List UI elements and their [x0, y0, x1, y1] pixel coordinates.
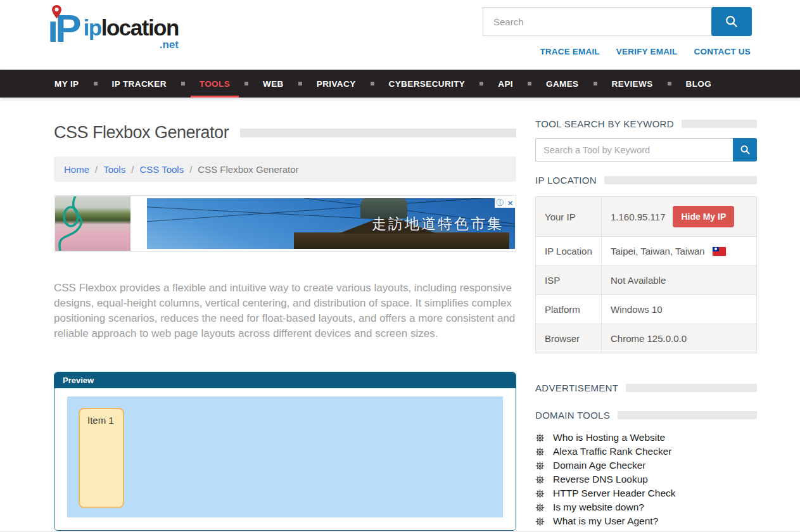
breadcrumb-link-home[interactable]: Home	[64, 164, 89, 175]
ip-row-label: Browser	[536, 324, 602, 353]
breadcrumb-link-tools[interactable]: Tools	[103, 164, 125, 175]
domain-tool-link-who-is-hosting-a-website[interactable]: Who is Hosting a Website	[553, 432, 665, 443]
nav-item-reviews[interactable]: REVIEWS	[603, 70, 662, 98]
domain-tool-item: Reverse DNS Lookup	[535, 472, 757, 486]
gear-icon	[535, 517, 545, 526]
breadcrumb-separator: /	[189, 164, 192, 175]
nav-item-ip-tracker[interactable]: IP TRACKER	[103, 70, 175, 98]
page-title: CSS Flexbox Generator	[54, 123, 229, 142]
ip-location-heading: IP LOCATION	[535, 175, 597, 186]
main-nav: MY IPIP TRACKERTOOLSWEBPRIVACYCYBERSECUR…	[0, 70, 800, 98]
domain-tool-link-what-is-my-user-agent[interactable]: What is my User Agent?	[553, 516, 658, 527]
nav-item-tools[interactable]: TOOLS	[191, 70, 239, 98]
ad-banner[interactable]: 走訪地道特色市集 ⓘ ✕	[54, 195, 516, 252]
breadcrumb-separator: /	[131, 164, 134, 175]
search-icon	[725, 15, 739, 28]
preview-body: Item 1	[54, 388, 516, 530]
preview-panel: Preview Item 1	[54, 372, 516, 531]
adchoices-info-icon[interactable]: ⓘ	[495, 198, 505, 208]
ip-row-label: Platform	[536, 295, 602, 324]
ip-row-value: Taipei, Taiwan, Taiwan	[611, 246, 705, 256]
header-links: TRACE EMAILVERIFY EMAILCONTACT US	[540, 47, 751, 56]
nav-item-games[interactable]: GAMES	[537, 70, 588, 98]
ad-image-right: 走訪地道特色市集 ⓘ ✕	[147, 198, 515, 249]
domain-tool-item: Domain Age Checker	[535, 459, 757, 472]
ip-row-value: 1.160.95.117	[611, 212, 665, 222]
header-link-trace-email[interactable]: TRACE EMAIL	[540, 47, 599, 56]
logo-wordmark: iplocation	[84, 15, 179, 40]
gear-icon	[535, 503, 545, 512]
flex-item-1[interactable]: Item 1	[79, 408, 124, 508]
gear-icon	[535, 433, 545, 443]
ip-table-row-platform: PlatformWindows 10	[536, 295, 757, 324]
nav-separator-square	[371, 82, 374, 86]
nav-separator-square	[94, 82, 98, 86]
taiwan-flag-icon	[713, 247, 726, 256]
tool-search-button[interactable]	[733, 138, 757, 162]
header-link-verify-email[interactable]: VERIFY EMAIL	[616, 47, 678, 56]
ip-row-value: Chrome 125.0.0.0	[611, 333, 687, 344]
nav-item-api[interactable]: API	[489, 70, 522, 98]
title-decorative-bar	[240, 129, 516, 137]
breadcrumb-separator: /	[95, 164, 98, 175]
domain-tool-link-reverse-dns-lookup[interactable]: Reverse DNS Lookup	[553, 474, 648, 485]
content: CSS Flexbox Generator Home/Tools/CSS Too…	[0, 98, 800, 531]
ip-table-row-your-ip: Your IP1.160.95.117Hide My IP	[536, 197, 757, 237]
domain-tool-item: HTTP Server Header Check	[535, 486, 757, 500]
hide-my-ip-button[interactable]: Hide My IP	[673, 206, 734, 227]
nav-separator-square	[668, 82, 671, 86]
domain-tools-list: Who is Hosting a WebsiteAlexa Traffic Ra…	[535, 431, 757, 528]
domain-tools-heading: DOMAIN TOOLS	[535, 410, 610, 421]
breadcrumb-link-css-tools[interactable]: CSS Tools	[139, 164, 184, 175]
gear-icon	[535, 461, 545, 471]
header-search-input[interactable]	[483, 7, 713, 36]
domain-tool-item: What is my User Agent?	[535, 514, 757, 528]
preview-header: Preview	[54, 372, 516, 388]
nav-separator-square	[594, 82, 597, 86]
domain-tool-item: Who is Hosting a Website	[535, 431, 757, 445]
ip-row-value: Windows 10	[611, 304, 663, 315]
site-logo[interactable]: ıP iplocation .net	[48, 4, 179, 53]
ip-location-table: Your IP1.160.95.117Hide My IPIP Location…	[535, 196, 757, 353]
domain-tool-item: Is my website down?	[535, 500, 757, 514]
search-icon	[740, 144, 751, 155]
domain-tool-link-is-my-website-down[interactable]: Is my website down?	[553, 502, 644, 513]
ip-row-label: ISP	[536, 266, 602, 295]
domain-tool-link-http-server-header-check[interactable]: HTTP Server Header Check	[553, 488, 676, 499]
domain-tool-link-domain-age-checker[interactable]: Domain Age Checker	[553, 460, 645, 471]
ip-table-row-isp: ISPNot Available	[536, 266, 757, 295]
tool-search	[535, 138, 757, 162]
ad-close-icon[interactable]: ✕	[505, 198, 515, 208]
sidebar: TOOL SEARCH BY KEYWORD IP LOCATION Your …	[535, 98, 757, 531]
logo-net: .net	[84, 39, 179, 50]
gear-icon	[535, 447, 545, 457]
nav-item-my-ip[interactable]: MY IP	[46, 70, 88, 98]
ip-row-value: Not Available	[611, 275, 666, 286]
location-pin-icon	[52, 5, 61, 18]
nav-item-privacy[interactable]: PRIVACY	[308, 70, 365, 98]
ip-location-heading-row: IP LOCATION	[535, 175, 757, 186]
domain-tool-link-alexa-traffic-rank-checker[interactable]: Alexa Traffic Rank Checker	[553, 446, 672, 457]
breadcrumb-current: CSS Flexbox Generator	[198, 164, 298, 175]
nav-separator-square	[244, 82, 248, 86]
ip-row-label: IP Location	[536, 237, 602, 266]
domain-tools-heading-row: DOMAIN TOOLS	[535, 410, 757, 421]
nav-item-web[interactable]: WEB	[254, 70, 293, 98]
advertisement-heading: ADVERTISEMENT	[535, 383, 618, 393]
flex-container: Item 1	[67, 396, 503, 517]
ip-table-row-ip-location: IP LocationTaipei, Taiwan, Taiwan	[536, 237, 757, 266]
nav-separator-square	[298, 82, 302, 86]
site-header: ıP iplocation .net TRACE EMAILVERIFY EMA…	[0, 0, 800, 70]
header-search-button[interactable]	[711, 7, 752, 36]
nav-item-cybersecurity[interactable]: CYBERSECURITY	[380, 70, 474, 98]
header-link-contact-us[interactable]: CONTACT US	[694, 47, 751, 56]
tool-search-heading: TOOL SEARCH BY KEYWORD	[535, 118, 674, 129]
tool-description: CSS Flexbox provides a flexible and intu…	[54, 281, 516, 341]
tool-search-input[interactable]	[535, 138, 733, 162]
advertisement-heading-row: ADVERTISEMENT	[535, 383, 757, 393]
nav-item-blog[interactable]: BLOG	[677, 70, 721, 98]
nav-separator-square	[528, 82, 531, 86]
ad-scribble-graphic	[55, 196, 130, 251]
ip-table-row-browser: BrowserChrome 125.0.0.0	[536, 324, 757, 353]
ad-image-left	[55, 196, 130, 251]
